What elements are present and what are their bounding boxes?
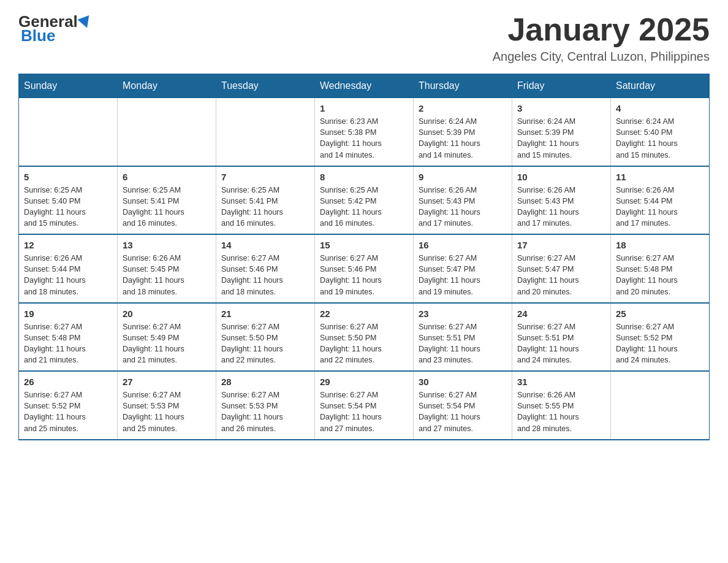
day-number: 29 xyxy=(320,377,408,387)
calendar-cell xyxy=(611,371,710,440)
day-number: 13 xyxy=(123,240,211,250)
day-number: 28 xyxy=(221,377,309,387)
day-info: Sunrise: 6:27 AM Sunset: 5:46 PM Dayligh… xyxy=(320,253,408,297)
day-info: Sunrise: 6:23 AM Sunset: 5:38 PM Dayligh… xyxy=(320,116,408,161)
weekday-header-saturday: Saturday xyxy=(611,74,710,98)
calendar-week-row: 12Sunrise: 6:26 AM Sunset: 5:44 PM Dayli… xyxy=(19,234,710,303)
day-number: 5 xyxy=(24,172,112,182)
calendar-cell: 1Sunrise: 6:23 AM Sunset: 5:38 PM Daylig… xyxy=(315,98,414,166)
calendar-cell: 17Sunrise: 6:27 AM Sunset: 5:47 PM Dayli… xyxy=(512,234,611,303)
day-number: 20 xyxy=(123,308,211,319)
calendar-cell: 25Sunrise: 6:27 AM Sunset: 5:52 PM Dayli… xyxy=(611,303,710,372)
calendar-table: SundayMondayTuesdayWednesdayThursdayFrid… xyxy=(18,74,710,440)
day-info: Sunrise: 6:27 AM Sunset: 5:50 PM Dayligh… xyxy=(221,321,309,366)
day-number: 14 xyxy=(221,240,309,250)
calendar-cell: 5Sunrise: 6:25 AM Sunset: 5:40 PM Daylig… xyxy=(19,166,118,235)
day-number: 2 xyxy=(419,103,507,113)
day-info: Sunrise: 6:27 AM Sunset: 5:46 PM Dayligh… xyxy=(221,253,309,297)
day-info: Sunrise: 6:25 AM Sunset: 5:42 PM Dayligh… xyxy=(320,185,408,229)
calendar-cell: 15Sunrise: 6:27 AM Sunset: 5:46 PM Dayli… xyxy=(315,234,414,303)
calendar-cell: 6Sunrise: 6:25 AM Sunset: 5:41 PM Daylig… xyxy=(118,166,216,235)
day-info: Sunrise: 6:27 AM Sunset: 5:48 PM Dayligh… xyxy=(24,321,112,366)
calendar-cell: 22Sunrise: 6:27 AM Sunset: 5:50 PM Dayli… xyxy=(315,303,414,372)
day-info: Sunrise: 6:27 AM Sunset: 5:50 PM Dayligh… xyxy=(320,321,408,366)
day-number: 25 xyxy=(616,308,704,319)
calendar-cell: 24Sunrise: 6:27 AM Sunset: 5:51 PM Dayli… xyxy=(512,303,611,372)
calendar-cell: 3Sunrise: 6:24 AM Sunset: 5:39 PM Daylig… xyxy=(512,98,611,166)
weekday-header-row: SundayMondayTuesdayWednesdayThursdayFrid… xyxy=(19,74,710,98)
calendar-cell xyxy=(216,98,315,166)
day-info: Sunrise: 6:26 AM Sunset: 5:55 PM Dayligh… xyxy=(517,389,605,434)
day-number: 4 xyxy=(616,103,704,113)
weekday-header-sunday: Sunday xyxy=(19,74,118,98)
day-info: Sunrise: 6:25 AM Sunset: 5:41 PM Dayligh… xyxy=(221,185,309,229)
day-info: Sunrise: 6:27 AM Sunset: 5:51 PM Dayligh… xyxy=(517,321,605,366)
calendar-cell: 29Sunrise: 6:27 AM Sunset: 5:54 PM Dayli… xyxy=(315,371,414,440)
calendar-cell xyxy=(19,98,118,166)
day-info: Sunrise: 6:25 AM Sunset: 5:40 PM Dayligh… xyxy=(24,185,112,229)
day-info: Sunrise: 6:26 AM Sunset: 5:45 PM Dayligh… xyxy=(123,253,211,297)
logo-blue-text: Blue xyxy=(21,26,55,45)
day-info: Sunrise: 6:24 AM Sunset: 5:40 PM Dayligh… xyxy=(616,116,704,161)
day-info: Sunrise: 6:27 AM Sunset: 5:49 PM Dayligh… xyxy=(123,321,211,366)
calendar-cell: 10Sunrise: 6:26 AM Sunset: 5:43 PM Dayli… xyxy=(512,166,611,235)
day-number: 7 xyxy=(221,172,309,182)
calendar-cell: 19Sunrise: 6:27 AM Sunset: 5:48 PM Dayli… xyxy=(19,303,118,372)
day-info: Sunrise: 6:27 AM Sunset: 5:52 PM Dayligh… xyxy=(616,321,704,366)
day-number: 6 xyxy=(123,172,211,182)
weekday-header-monday: Monday xyxy=(118,74,216,98)
logo: General Blue xyxy=(18,12,91,45)
calendar-cell: 14Sunrise: 6:27 AM Sunset: 5:46 PM Dayli… xyxy=(216,234,315,303)
calendar-cell: 28Sunrise: 6:27 AM Sunset: 5:53 PM Dayli… xyxy=(216,371,315,440)
day-info: Sunrise: 6:27 AM Sunset: 5:53 PM Dayligh… xyxy=(123,389,211,434)
weekday-header-thursday: Thursday xyxy=(414,74,512,98)
day-number: 22 xyxy=(320,308,408,319)
calendar-cell: 31Sunrise: 6:26 AM Sunset: 5:55 PM Dayli… xyxy=(512,371,611,440)
weekday-header-friday: Friday xyxy=(512,74,611,98)
calendar-cell: 4Sunrise: 6:24 AM Sunset: 5:40 PM Daylig… xyxy=(611,98,710,166)
calendar-week-row: 5Sunrise: 6:25 AM Sunset: 5:40 PM Daylig… xyxy=(19,166,710,235)
day-number: 23 xyxy=(419,308,507,319)
day-number: 1 xyxy=(320,103,408,113)
day-number: 24 xyxy=(517,308,605,319)
day-info: Sunrise: 6:27 AM Sunset: 5:51 PM Dayligh… xyxy=(419,321,507,366)
day-number: 31 xyxy=(517,377,605,387)
day-info: Sunrise: 6:27 AM Sunset: 5:47 PM Dayligh… xyxy=(517,253,605,297)
day-info: Sunrise: 6:27 AM Sunset: 5:48 PM Dayligh… xyxy=(616,253,704,297)
day-number: 10 xyxy=(517,172,605,182)
day-info: Sunrise: 6:27 AM Sunset: 5:47 PM Dayligh… xyxy=(419,253,507,297)
day-number: 18 xyxy=(616,240,704,250)
calendar-week-row: 19Sunrise: 6:27 AM Sunset: 5:48 PM Dayli… xyxy=(19,303,710,372)
day-info: Sunrise: 6:27 AM Sunset: 5:54 PM Dayligh… xyxy=(419,389,507,434)
calendar-cell xyxy=(118,98,216,166)
calendar-cell: 30Sunrise: 6:27 AM Sunset: 5:54 PM Dayli… xyxy=(414,371,512,440)
day-info: Sunrise: 6:27 AM Sunset: 5:54 PM Dayligh… xyxy=(320,389,408,434)
calendar-cell: 20Sunrise: 6:27 AM Sunset: 5:49 PM Dayli… xyxy=(118,303,216,372)
day-number: 12 xyxy=(24,240,112,250)
day-info: Sunrise: 6:26 AM Sunset: 5:43 PM Dayligh… xyxy=(517,185,605,229)
logo-triangle-icon xyxy=(77,15,93,30)
day-info: Sunrise: 6:27 AM Sunset: 5:52 PM Dayligh… xyxy=(24,389,112,434)
calendar-cell: 11Sunrise: 6:26 AM Sunset: 5:44 PM Dayli… xyxy=(611,166,710,235)
calendar-week-row: 1Sunrise: 6:23 AM Sunset: 5:38 PM Daylig… xyxy=(19,98,710,166)
page-header: General Blue January 2025 Angeles City, … xyxy=(18,12,710,64)
day-number: 27 xyxy=(123,377,211,387)
title-block: January 2025 Angeles City, Central Luzon… xyxy=(493,12,710,64)
day-number: 16 xyxy=(419,240,507,250)
day-number: 21 xyxy=(221,308,309,319)
calendar-cell: 8Sunrise: 6:25 AM Sunset: 5:42 PM Daylig… xyxy=(315,166,414,235)
day-number: 26 xyxy=(24,377,112,387)
day-info: Sunrise: 6:26 AM Sunset: 5:44 PM Dayligh… xyxy=(24,253,112,297)
calendar-cell: 27Sunrise: 6:27 AM Sunset: 5:53 PM Dayli… xyxy=(118,371,216,440)
day-info: Sunrise: 6:24 AM Sunset: 5:39 PM Dayligh… xyxy=(419,116,507,161)
day-number: 9 xyxy=(419,172,507,182)
day-info: Sunrise: 6:26 AM Sunset: 5:43 PM Dayligh… xyxy=(419,185,507,229)
calendar-cell: 2Sunrise: 6:24 AM Sunset: 5:39 PM Daylig… xyxy=(414,98,512,166)
day-info: Sunrise: 6:25 AM Sunset: 5:41 PM Dayligh… xyxy=(123,185,211,229)
weekday-header-wednesday: Wednesday xyxy=(315,74,414,98)
calendar-cell: 18Sunrise: 6:27 AM Sunset: 5:48 PM Dayli… xyxy=(611,234,710,303)
calendar-cell: 21Sunrise: 6:27 AM Sunset: 5:50 PM Dayli… xyxy=(216,303,315,372)
calendar-cell: 13Sunrise: 6:26 AM Sunset: 5:45 PM Dayli… xyxy=(118,234,216,303)
calendar-cell: 26Sunrise: 6:27 AM Sunset: 5:52 PM Dayli… xyxy=(19,371,118,440)
day-number: 15 xyxy=(320,240,408,250)
